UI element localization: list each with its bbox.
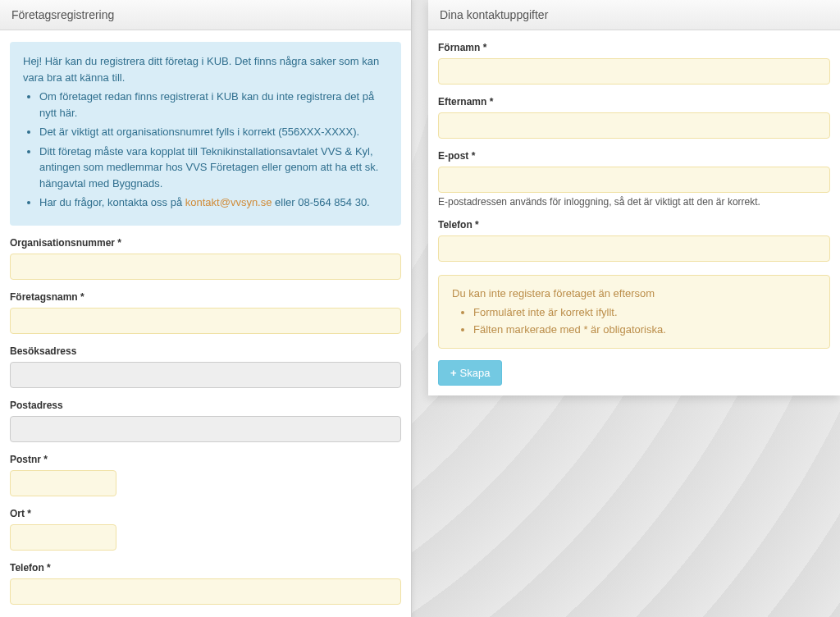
info-contact-suffix: eller 08-564 854 30. bbox=[272, 196, 369, 208]
company-input[interactable] bbox=[10, 308, 401, 334]
label-company: Företagsnamn * bbox=[10, 291, 401, 303]
label-firstname: Förnamn * bbox=[438, 42, 830, 53]
postal-address-input[interactable] bbox=[10, 416, 401, 442]
info-point: Ditt företag måste vara kopplat till Tek… bbox=[39, 144, 388, 192]
panel-contact-details: Dina kontaktuppgifter Förnamn * Efternam… bbox=[428, 0, 840, 395]
email-help-text: E-postadressen används för inloggning, s… bbox=[438, 196, 830, 208]
label-city: Ort * bbox=[10, 508, 401, 519]
info-point: Det är viktigt att organisationsnumret f… bbox=[39, 124, 388, 140]
label-phone-right: Telefon * bbox=[438, 219, 830, 231]
info-intro: Hej! Här kan du registrera ditt företag … bbox=[23, 53, 388, 85]
email-input[interactable] bbox=[438, 167, 830, 193]
label-visit: Besöksadress bbox=[10, 345, 401, 357]
info-contact: Har du frågor, kontakta oss på kontakt@v… bbox=[39, 194, 388, 211]
label-zip: Postnr * bbox=[10, 454, 401, 465]
panel-title-right: Dina kontaktuppgifter bbox=[428, 0, 840, 30]
panel-body-left: Hej! Här kan du registrera ditt företag … bbox=[0, 30, 411, 617]
contact-email-link[interactable]: kontakt@vvsyn.se bbox=[185, 196, 272, 208]
orgnr-input[interactable] bbox=[10, 254, 401, 280]
label-orgnr: Organisationsnummer * bbox=[10, 237, 401, 249]
panel-body-right: Förnamn * Efternamn * E-post * E-postadr… bbox=[428, 30, 840, 395]
info-contact-prefix: Har du frågor, kontakta oss på bbox=[39, 196, 185, 208]
info-point: Om företaget redan finns registrerat i K… bbox=[39, 89, 388, 121]
firstname-input[interactable] bbox=[438, 58, 830, 85]
info-box: Hej! Här kan du registrera ditt företag … bbox=[10, 42, 401, 226]
company-phone-input[interactable] bbox=[10, 578, 401, 605]
label-email: E-post * bbox=[438, 150, 830, 162]
visit-address-input[interactable] bbox=[10, 362, 401, 388]
panel-title-left: Företagsregistrering bbox=[0, 0, 411, 30]
lastname-input[interactable] bbox=[438, 112, 830, 139]
label-phone-left: Telefon * bbox=[10, 562, 401, 574]
create-button[interactable]: +Skapa bbox=[438, 360, 502, 386]
contact-phone-input[interactable] bbox=[438, 235, 830, 262]
zip-input[interactable] bbox=[10, 470, 116, 496]
warning-point: Fälten markerade med * är obligatoriska. bbox=[473, 322, 816, 339]
warning-point: Formuläret inte är korrekt ifyllt. bbox=[473, 304, 816, 322]
panel-company-registration: Företagsregistrering Hej! Här kan du reg… bbox=[0, 0, 412, 617]
warning-lead: Du kan inte registera företaget än efter… bbox=[452, 286, 816, 303]
validation-warning: Du kan inte registera företaget än efter… bbox=[438, 275, 830, 349]
label-post: Postadress bbox=[10, 400, 401, 411]
label-lastname: Efternamn * bbox=[438, 96, 830, 107]
city-input[interactable] bbox=[10, 524, 116, 551]
create-button-label: Skapa bbox=[460, 367, 491, 379]
plus-icon: + bbox=[450, 367, 457, 379]
